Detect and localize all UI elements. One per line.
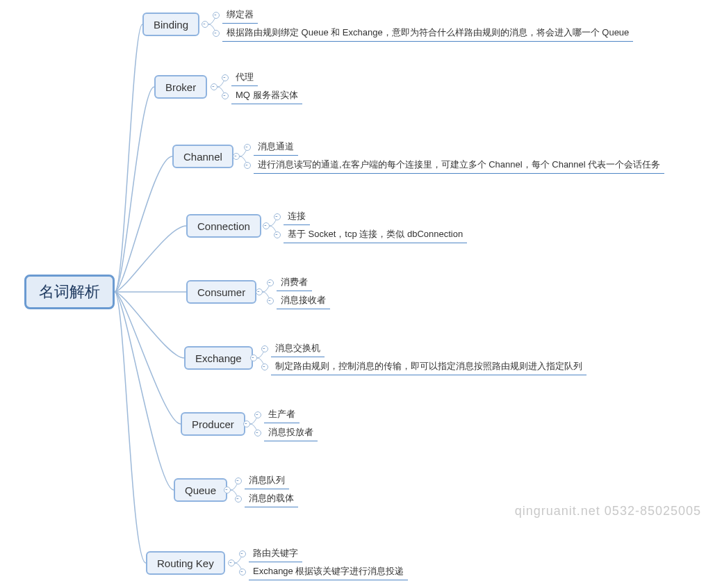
leaf-connection-1: 基于 Socket，tcp 连接，类似 dbConnection: [284, 227, 467, 243]
collapse-icon[interactable]: [235, 477, 242, 484]
collapse-icon[interactable]: [267, 279, 274, 286]
branch-label: Exchange: [195, 352, 242, 364]
collapse-icon[interactable]: [274, 231, 281, 238]
branch-label: Binding: [154, 19, 188, 31]
collapse-icon[interactable]: [250, 354, 257, 361]
leaf-binding-1: 根据路由规则绑定 Queue 和 Exchange，意即为符合什么样路由规则的消…: [222, 25, 633, 42]
branch-label: Routing Key: [157, 557, 214, 569]
leaf-exchange-1: 制定路由规则，控制消息的传输，即可以指定消息按照路由规则进入指定队列: [271, 359, 586, 375]
collapse-icon[interactable]: [267, 297, 274, 304]
collapse-icon[interactable]: [228, 560, 235, 566]
collapse-icon[interactable]: [263, 222, 270, 229]
collapse-icon[interactable]: [261, 345, 268, 352]
branch-label: Producer: [192, 418, 234, 430]
leaf-queue-1: 消息的载体: [245, 491, 298, 507]
collapse-icon[interactable]: [211, 83, 218, 90]
branch-routingkey[interactable]: Routing Key: [146, 551, 225, 575]
collapse-icon[interactable]: [254, 430, 261, 436]
collapse-icon[interactable]: [274, 213, 281, 220]
branch-label: Broker: [165, 81, 196, 93]
branch-label: Channel: [183, 151, 222, 163]
collapse-icon[interactable]: [235, 496, 242, 503]
collapse-icon[interactable]: [213, 30, 220, 37]
collapse-icon[interactable]: [213, 12, 220, 19]
leaf-consumer-1: 消息接收者: [277, 293, 330, 309]
collapse-icon[interactable]: [233, 153, 240, 160]
collapse-icon[interactable]: [202, 21, 208, 28]
leaf-channel-1: 进行消息读写的通道,在客户端的每个连接里，可建立多个 Channel，每个 Ch…: [254, 157, 664, 174]
collapse-icon[interactable]: [224, 487, 231, 493]
leaf-binding-0: 绑定器: [222, 7, 258, 24]
collapse-icon[interactable]: [222, 74, 229, 81]
branch-channel[interactable]: Channel: [172, 145, 233, 168]
leaf-routingkey-1: Exchange 根据该关键字进行消息投递: [249, 564, 408, 580]
branch-connection[interactable]: Connection: [186, 214, 261, 238]
branch-label: Connection: [197, 220, 250, 232]
leaf-channel-0: 消息通道: [254, 139, 298, 156]
branch-binding[interactable]: Binding: [142, 13, 199, 36]
root-node[interactable]: 名词解析: [24, 275, 115, 309]
leaf-connection-0: 连接: [284, 209, 310, 225]
branch-producer[interactable]: Producer: [181, 412, 245, 436]
collapse-icon[interactable]: [256, 288, 263, 295]
collapse-icon[interactable]: [243, 420, 250, 427]
leaf-routingkey-0: 路由关键字: [249, 546, 302, 562]
branch-exchange[interactable]: Exchange: [184, 346, 253, 370]
leaf-broker-0: 代理: [231, 70, 258, 86]
leaf-queue-0: 消息队列: [245, 473, 289, 489]
leaf-exchange-0: 消息交换机: [271, 341, 325, 357]
collapse-icon[interactable]: [222, 92, 229, 99]
branch-label: Consumer: [197, 286, 245, 298]
leaf-broker-1: MQ 服务器实体: [231, 88, 302, 104]
leaf-producer-1: 消息投放者: [264, 425, 318, 441]
root-title: 名词解析: [39, 281, 100, 302]
collapse-icon[interactable]: [244, 144, 251, 151]
collapse-icon[interactable]: [244, 162, 251, 169]
watermark: qingruanit.net 0532-85025005: [515, 504, 701, 518]
collapse-icon[interactable]: [239, 569, 246, 575]
collapse-icon[interactable]: [261, 364, 268, 370]
collapse-icon[interactable]: [239, 550, 246, 557]
branch-queue[interactable]: Queue: [174, 478, 227, 502]
collapse-icon[interactable]: [254, 411, 261, 418]
branch-broker[interactable]: Broker: [154, 75, 207, 99]
leaf-producer-0: 生产者: [264, 407, 300, 423]
branch-consumer[interactable]: Consumer: [186, 280, 256, 304]
branch-label: Queue: [185, 484, 216, 496]
leaf-consumer-0: 消费者: [277, 275, 312, 291]
